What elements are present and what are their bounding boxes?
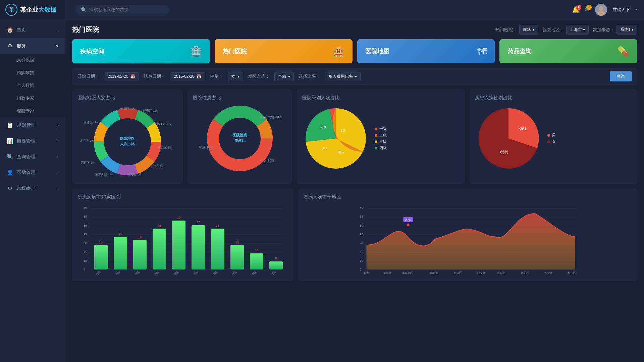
card-drug-query[interactable]: 药品查询 💊 <box>499 39 637 63</box>
card-title: 疾病空间 <box>80 47 104 55</box>
end-date-label: 结束日期： <box>144 73 165 79</box>
bar <box>133 240 147 269</box>
header-right: 🔔 4 ✉ 1 君临天下 ▾ <box>572 4 637 16</box>
sidebar-item-sys-maintain[interactable]: ⚙ 系统维护 › <box>0 180 65 196</box>
svg-text:10: 10 <box>84 259 87 262</box>
bar <box>153 229 166 269</box>
sidebar-item-label: 概要管理 <box>17 138 36 144</box>
chart-title: 医院地区人次占比 <box>77 95 177 101</box>
tooltip-text: 25% <box>405 218 411 222</box>
legend-item: 三级 <box>375 139 387 144</box>
start-date-input[interactable]: 2012-02-20 📅 <box>104 72 139 80</box>
svg-text:松江区 1%: 松江区 1% <box>158 146 172 149</box>
visit-method-select[interactable]: 全部 ▾ <box>274 72 294 81</box>
sidebar-item-team-data[interactable]: 团队数据 <box>0 66 65 79</box>
notification-icon[interactable]: 🔔 4 <box>572 6 579 13</box>
sidebar-item-label: 查询管理 <box>17 154 36 160</box>
svg-text:5: 5 <box>84 268 85 271</box>
svg-text:27: 27 <box>197 221 200 224</box>
chevron-down-icon: ▾ <box>288 74 290 79</box>
chevron-right-icon: › <box>57 139 59 143</box>
bar <box>269 261 283 269</box>
bar <box>211 229 224 269</box>
sidebar-item-overview-mgmt[interactable]: 📊 概要管理 › <box>0 133 65 149</box>
calendar-icon: 📅 <box>130 74 135 79</box>
sidebar-item-home[interactable]: 🏠 首页 › <box>0 22 65 38</box>
search-box[interactable]: 🔍 <box>75 5 169 14</box>
svg-text:虹口区 1%: 虹口区 1% <box>120 107 135 110</box>
card-icon: 🏨 <box>333 46 344 57</box>
data-source-select[interactable]: 系统1 ▾ <box>616 25 637 35</box>
gender-select[interactable]: 女 ▾ <box>228 72 243 81</box>
rule-icon: 📋 <box>7 122 13 128</box>
svg-text:40: 40 <box>360 206 363 209</box>
svg-text:长海医院: 长海医院 <box>228 270 237 275</box>
bar-chart: 40 35 30 25 20 15 10 5 <box>77 204 285 275</box>
legend-dot <box>375 140 377 143</box>
quality-donut-chart: 医院性质 质占比 部队/武警 30% 私立 10% 公立 60% <box>193 105 287 172</box>
search-input[interactable] <box>89 7 163 12</box>
legend-dot <box>375 128 377 130</box>
svg-text:25: 25 <box>158 224 161 227</box>
hot-hospital-select[interactable]: 前10 ▾ <box>519 25 538 35</box>
chart-quality: 医院性质占比 医院性质 质占比 <box>187 89 292 184</box>
legend-dot <box>375 147 377 149</box>
sidebar-item-index-expert[interactable]: 指数专家 <box>0 92 65 105</box>
card-disease-space[interactable]: 疾病空间 🏥 <box>72 39 210 63</box>
svg-text:35%: 35% <box>519 126 527 131</box>
query-button[interactable]: 查询 <box>610 71 632 81</box>
svg-text:浦东新区 1%: 浦东新区 1% <box>95 173 113 176</box>
sidebar-item-query-mgmt[interactable]: 🔍 查询管理 › <box>0 149 65 165</box>
legend-item: 四级 <box>375 145 387 150</box>
card-hospital-map[interactable]: 医院地图 🗺 <box>357 39 495 63</box>
sidebar-item-service[interactable]: ⚙ 服务 ∨ <box>0 38 65 54</box>
logo-icon: 某 <box>5 4 17 16</box>
svg-text:10: 10 <box>360 259 363 262</box>
svg-text:华山医院: 华山医院 <box>189 270 199 275</box>
sidebar-item-crowd-data[interactable]: 人群数据 <box>0 54 65 66</box>
svg-text:普陀区 1%: 普陀区 1% <box>127 173 142 176</box>
card-hot-hospital[interactable]: 热门医院 🏨 <box>215 39 353 63</box>
legend-label: 女 <box>552 139 556 144</box>
svg-text:静安区: 静安区 <box>477 272 485 275</box>
ratio-select[interactable]: 单人费用比率 ▾ <box>325 72 361 81</box>
svg-text:徐汇区 1%: 徐汇区 1% <box>80 139 94 142</box>
page-title: 热门医院 <box>72 25 99 34</box>
region-select[interactable]: 上海市 ▾ <box>566 25 589 35</box>
sidebar-item-rule-mgmt[interactable]: 📋 规则管理 › <box>0 117 65 133</box>
mail-icon[interactable]: ✉ 1 <box>585 6 590 13</box>
overview-icon: 📊 <box>7 138 13 144</box>
content-area: 热门医院 热门医院： 前10 ▾ 就医地区： 上海市 ▾ 数据来源： <box>65 19 644 362</box>
user-name[interactable]: 君临天下 <box>612 7 630 13</box>
sidebar-item-help-mgmt[interactable]: 👤 帮助管理 › <box>0 165 65 180</box>
svg-point-1 <box>599 6 603 11</box>
svg-text:第五人民医院: 第五人民医院 <box>107 270 121 275</box>
chevron-right-icon: › <box>57 155 59 159</box>
chevron-right-icon: › <box>57 28 59 33</box>
data-source-label: 数据来源： <box>593 27 614 33</box>
chart-top10-regions: 看病人次前十地区 40 35 30 25 20 15 10 <box>298 189 637 281</box>
legend-label: 一级 <box>379 126 387 131</box>
legend-item: 男 <box>547 133 556 138</box>
end-date-input[interactable]: 2015-02-20 📅 <box>170 72 205 80</box>
chart-level: 医院级别人次占比 5% <box>297 89 465 184</box>
svg-text:普陀区: 普陀区 <box>521 272 529 275</box>
card-title: 药品查询 <box>507 47 532 55</box>
svg-text:第六人民医院: 第六人民医院 <box>88 270 101 275</box>
svg-text:黄浦区 1%: 黄浦区 1% <box>84 121 98 124</box>
svg-text:静安区 1%: 静安区 1% <box>143 109 158 112</box>
chevron-right-icon: › <box>57 170 59 175</box>
page-header: 热门医院 热门医院： 前10 ▾ 就医地区： 上海市 ▾ 数据来源： <box>72 25 637 35</box>
svg-text:私立 10%: 私立 10% <box>199 145 213 149</box>
sidebar-item-personal-data[interactable]: 个人数据 <box>0 79 65 92</box>
tooltip-dot <box>407 224 410 226</box>
svg-text:30: 30 <box>84 224 87 227</box>
svg-text:第一人民医院: 第一人民医院 <box>127 270 140 275</box>
sidebar-sub-menu: 人群数据 团队数据 个人数据 指数专家 理赔专家 <box>0 54 65 117</box>
legend-dot <box>547 140 550 143</box>
svg-text:30: 30 <box>177 216 180 219</box>
svg-text:5: 5 <box>360 268 362 271</box>
logo: 某 某企业大数据 <box>0 0 65 19</box>
sidebar-item-claim-expert[interactable]: 理赔专家 <box>0 105 65 117</box>
region-filter: 就医地区： 上海市 ▾ <box>542 25 589 35</box>
